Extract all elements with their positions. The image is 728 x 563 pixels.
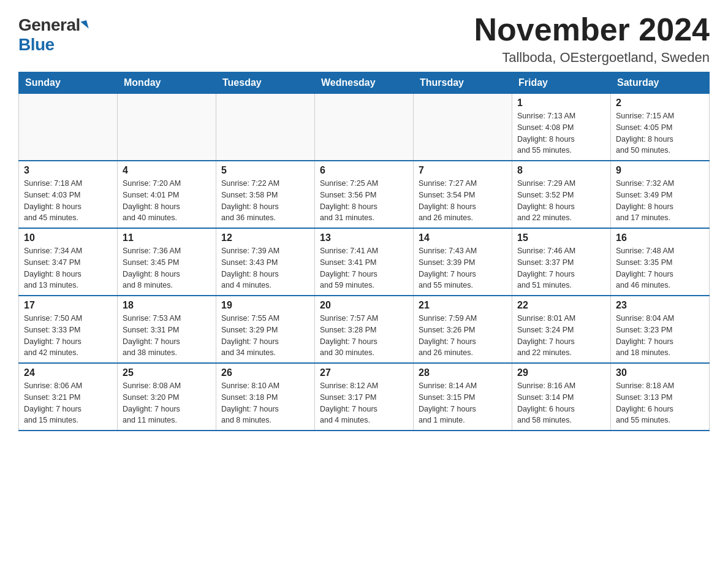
day-number: 9 (616, 165, 704, 176)
calendar-header-row: Sunday Monday Tuesday Wednesday Thursday… (19, 72, 710, 94)
calendar-cell: 14Sunrise: 7:43 AMSunset: 3:39 PMDayligh… (414, 228, 512, 296)
calendar-cell (118, 94, 216, 161)
calendar-cell: 18Sunrise: 7:53 AMSunset: 3:31 PMDayligh… (118, 296, 216, 363)
calendar-cell (315, 94, 414, 161)
day-info: Sunrise: 8:01 AMSunset: 3:24 PMDaylight:… (517, 313, 605, 359)
day-info: Sunrise: 7:29 AMSunset: 3:52 PMDaylight:… (517, 178, 605, 224)
day-info: Sunrise: 7:36 AMSunset: 3:45 PMDaylight:… (123, 245, 211, 291)
calendar-cell: 4Sunrise: 7:20 AMSunset: 4:01 PMDaylight… (118, 161, 216, 228)
calendar-cell: 6Sunrise: 7:25 AMSunset: 3:56 PMDaylight… (315, 161, 414, 228)
day-info: Sunrise: 7:46 AMSunset: 3:37 PMDaylight:… (517, 245, 605, 291)
calendar-cell: 5Sunrise: 7:22 AMSunset: 3:58 PMDaylight… (216, 161, 315, 228)
day-info: Sunrise: 7:27 AMSunset: 3:54 PMDaylight:… (419, 178, 507, 224)
day-number: 21 (419, 300, 507, 311)
day-number: 4 (123, 165, 211, 176)
calendar-cell: 21Sunrise: 7:59 AMSunset: 3:26 PMDayligh… (414, 296, 512, 363)
calendar-week-0: 1Sunrise: 7:13 AMSunset: 4:08 PMDaylight… (19, 94, 710, 161)
day-number: 11 (123, 232, 211, 243)
calendar-week-3: 17Sunrise: 7:50 AMSunset: 3:33 PMDayligh… (19, 296, 710, 363)
day-number: 22 (517, 300, 605, 311)
calendar-table: Sunday Monday Tuesday Wednesday Thursday… (18, 72, 710, 431)
day-info: Sunrise: 7:41 AMSunset: 3:41 PMDaylight:… (320, 245, 408, 291)
day-number: 30 (616, 367, 704, 378)
calendar-cell: 27Sunrise: 8:12 AMSunset: 3:17 PMDayligh… (315, 363, 414, 431)
day-info: Sunrise: 8:06 AMSunset: 3:21 PMDaylight:… (24, 380, 112, 426)
day-number: 15 (517, 232, 605, 243)
calendar-cell: 11Sunrise: 7:36 AMSunset: 3:45 PMDayligh… (118, 228, 216, 296)
calendar-cell: 29Sunrise: 8:16 AMSunset: 3:14 PMDayligh… (512, 363, 611, 431)
calendar-cell: 23Sunrise: 8:04 AMSunset: 3:23 PMDayligh… (611, 296, 710, 363)
calendar-cell: 8Sunrise: 7:29 AMSunset: 3:52 PMDaylight… (512, 161, 611, 228)
day-info: Sunrise: 7:32 AMSunset: 3:49 PMDaylight:… (616, 178, 704, 224)
header-tuesday: Tuesday (216, 72, 315, 94)
day-info: Sunrise: 7:22 AMSunset: 3:58 PMDaylight:… (221, 178, 309, 224)
logo: General Blue (18, 12, 88, 55)
day-number: 20 (320, 300, 408, 311)
calendar-cell: 20Sunrise: 7:57 AMSunset: 3:28 PMDayligh… (315, 296, 414, 363)
calendar-cell: 16Sunrise: 7:48 AMSunset: 3:35 PMDayligh… (611, 228, 710, 296)
day-number: 6 (320, 165, 408, 176)
day-number: 17 (24, 300, 112, 311)
calendar-cell: 10Sunrise: 7:34 AMSunset: 3:47 PMDayligh… (19, 228, 118, 296)
day-number: 7 (419, 165, 507, 176)
day-info: Sunrise: 7:15 AMSunset: 4:05 PMDaylight:… (616, 110, 704, 156)
calendar-cell (19, 94, 118, 161)
day-number: 14 (419, 232, 507, 243)
day-number: 5 (221, 165, 309, 176)
calendar-cell: 12Sunrise: 7:39 AMSunset: 3:43 PMDayligh… (216, 228, 315, 296)
header-thursday: Thursday (414, 72, 512, 94)
day-number: 29 (517, 367, 605, 378)
day-info: Sunrise: 7:57 AMSunset: 3:28 PMDaylight:… (320, 313, 408, 359)
day-number: 28 (419, 367, 507, 378)
header-friday: Friday (512, 72, 611, 94)
day-number: 12 (221, 232, 309, 243)
day-info: Sunrise: 7:39 AMSunset: 3:43 PMDaylight:… (221, 245, 309, 291)
day-number: 10 (24, 232, 112, 243)
day-number: 26 (221, 367, 309, 378)
calendar-cell: 30Sunrise: 8:18 AMSunset: 3:13 PMDayligh… (611, 363, 710, 431)
logo-blue-text: Blue (18, 35, 55, 55)
day-info: Sunrise: 8:18 AMSunset: 3:13 PMDaylight:… (616, 380, 704, 426)
calendar-cell: 7Sunrise: 7:27 AMSunset: 3:54 PMDaylight… (414, 161, 512, 228)
day-info: Sunrise: 7:20 AMSunset: 4:01 PMDaylight:… (123, 178, 211, 224)
page-header: General Blue November 2024 Tallboda, OEs… (18, 12, 710, 66)
day-info: Sunrise: 8:04 AMSunset: 3:23 PMDaylight:… (616, 313, 704, 359)
day-info: Sunrise: 7:55 AMSunset: 3:29 PMDaylight:… (221, 313, 309, 359)
calendar-cell: 26Sunrise: 8:10 AMSunset: 3:18 PMDayligh… (216, 363, 315, 431)
day-info: Sunrise: 7:25 AMSunset: 3:56 PMDaylight:… (320, 178, 408, 224)
calendar-cell: 3Sunrise: 7:18 AMSunset: 4:03 PMDaylight… (19, 161, 118, 228)
day-number: 24 (24, 367, 112, 378)
calendar-subtitle: Tallboda, OEstergoetland, Sweden (474, 50, 710, 66)
calendar-cell (414, 94, 512, 161)
calendar-cell: 24Sunrise: 8:06 AMSunset: 3:21 PMDayligh… (19, 363, 118, 431)
title-block: November 2024 Tallboda, OEstergoetland, … (474, 12, 710, 66)
day-info: Sunrise: 7:13 AMSunset: 4:08 PMDaylight:… (517, 110, 605, 156)
day-number: 16 (616, 232, 704, 243)
day-number: 23 (616, 300, 704, 311)
day-number: 18 (123, 300, 211, 311)
day-number: 19 (221, 300, 309, 311)
calendar-cell: 25Sunrise: 8:08 AMSunset: 3:20 PMDayligh… (118, 363, 216, 431)
day-number: 2 (616, 98, 704, 109)
day-number: 8 (517, 165, 605, 176)
day-info: Sunrise: 7:50 AMSunset: 3:33 PMDaylight:… (24, 313, 112, 359)
calendar-cell: 28Sunrise: 8:14 AMSunset: 3:15 PMDayligh… (414, 363, 512, 431)
day-info: Sunrise: 8:10 AMSunset: 3:18 PMDaylight:… (221, 380, 309, 426)
day-number: 13 (320, 232, 408, 243)
calendar-cell: 22Sunrise: 8:01 AMSunset: 3:24 PMDayligh… (512, 296, 611, 363)
day-info: Sunrise: 7:59 AMSunset: 3:26 PMDaylight:… (419, 313, 507, 359)
day-info: Sunrise: 7:34 AMSunset: 3:47 PMDaylight:… (24, 245, 112, 291)
calendar-cell: 2Sunrise: 7:15 AMSunset: 4:05 PMDaylight… (611, 94, 710, 161)
day-info: Sunrise: 8:12 AMSunset: 3:17 PMDaylight:… (320, 380, 408, 426)
calendar-cell: 19Sunrise: 7:55 AMSunset: 3:29 PMDayligh… (216, 296, 315, 363)
header-sunday: Sunday (19, 72, 118, 94)
header-saturday: Saturday (611, 72, 710, 94)
calendar-cell: 17Sunrise: 7:50 AMSunset: 3:33 PMDayligh… (19, 296, 118, 363)
day-number: 25 (123, 367, 211, 378)
calendar-cell: 13Sunrise: 7:41 AMSunset: 3:41 PMDayligh… (315, 228, 414, 296)
calendar-week-4: 24Sunrise: 8:06 AMSunset: 3:21 PMDayligh… (19, 363, 710, 431)
day-info: Sunrise: 7:18 AMSunset: 4:03 PMDaylight:… (24, 178, 112, 224)
calendar-week-1: 3Sunrise: 7:18 AMSunset: 4:03 PMDaylight… (19, 161, 710, 228)
day-number: 27 (320, 367, 408, 378)
day-info: Sunrise: 8:16 AMSunset: 3:14 PMDaylight:… (517, 380, 605, 426)
